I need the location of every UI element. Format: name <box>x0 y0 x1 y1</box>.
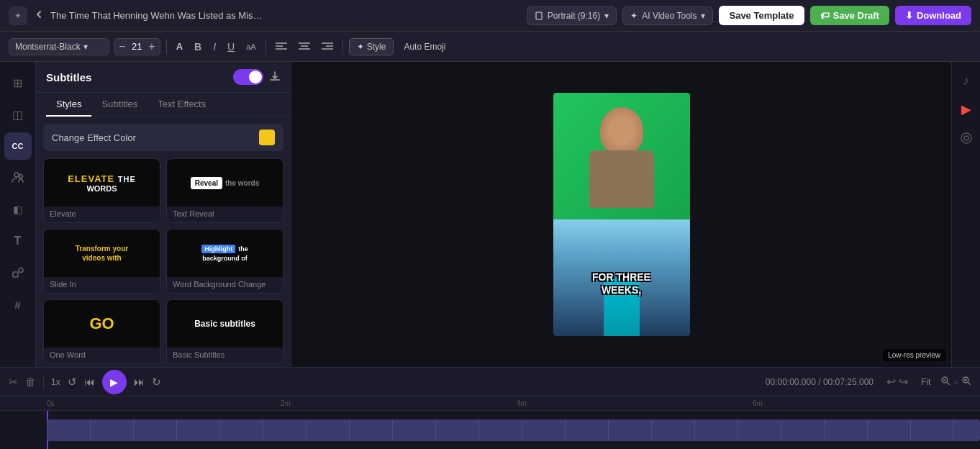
tab-text-effects[interactable]: Text Effects <box>148 93 216 117</box>
timeline-play-button[interactable]: ▶ <box>102 370 127 394</box>
subtitles-panel: Subtitles Styles Subtitles Text Effects … <box>36 62 291 367</box>
video-frame: FOR THREE WEEKS, <box>553 93 690 336</box>
slidein-text-1: Transform your <box>76 245 128 253</box>
reels-icon[interactable] <box>955 127 978 150</box>
save-template-button[interactable]: Save Template <box>719 6 804 25</box>
timeline-track-inner <box>47 419 980 441</box>
download-button[interactable]: ⬇ Download <box>895 6 971 25</box>
timeline-undo-redo: ↩ ↪ <box>886 375 908 389</box>
back-button[interactable] <box>33 9 45 22</box>
bold-button[interactable]: B <box>191 39 205 55</box>
timeline-scissors-icon[interactable]: ✂ <box>9 376 18 389</box>
text-toolbar: Montserrat-Black ▾ − 21 + A B I U aA ✦ S… <box>0 32 980 62</box>
style-icon: ✦ <box>357 42 364 52</box>
undo-button[interactable]: ↩ <box>886 375 896 389</box>
style-card-wbc[interactable]: Highlight the background of Word Backgro… <box>166 229 283 294</box>
ruler-mark-4m: 4m <box>517 399 527 407</box>
timeline-step-back-icon[interactable]: ⏮ <box>84 376 95 388</box>
fit-button[interactable]: Fit <box>921 377 930 387</box>
reveal-rest-text: the words <box>225 179 259 187</box>
timeline-track[interactable] <box>47 419 980 441</box>
tab-styles[interactable]: Styles <box>46 93 91 117</box>
panel-download-icon[interactable] <box>269 71 281 84</box>
ruler-mark-0s: 0s <box>47 399 55 407</box>
font-size-decrease[interactable]: − <box>119 41 125 53</box>
timeline-step-forward-icon[interactable]: ⏭ <box>134 376 145 388</box>
style-card-oneword[interactable]: GO One Word <box>43 299 160 364</box>
italic-button[interactable]: I <box>209 39 219 55</box>
svg-line-20 <box>968 382 971 385</box>
ai-tools-button[interactable]: ✦ AI Video Tools ▾ <box>622 6 713 25</box>
align-center-button[interactable] <box>295 39 314 55</box>
align-right-button[interactable] <box>318 39 337 55</box>
color-swatch[interactable] <box>259 130 275 145</box>
style-button[interactable]: ✦ Style <box>349 38 394 55</box>
zoom-in-button[interactable] <box>961 376 971 388</box>
panel-title: Subtitles <box>46 71 91 83</box>
effect-color-label: Change Effect Color <box>52 132 136 143</box>
timeline-loop-icon[interactable]: ↻ <box>152 376 161 389</box>
wbc-highlight: Highlight <box>201 245 235 253</box>
sidebar-icons: ⊞ ◫ CC ◧ T # <box>0 62 36 367</box>
download-label: Download <box>917 10 961 21</box>
style-card-elevate[interactable]: ELEVATE THE WORDS Elevate <box>43 158 160 223</box>
svg-line-17 <box>947 382 950 385</box>
style-card-reveal[interactable]: Reveal the words Text Reveal <box>166 158 283 223</box>
font-size-value: 21 <box>128 41 145 52</box>
toolbar-separator-3 <box>342 39 343 55</box>
tiktok-icon[interactable]: ♪ <box>955 69 978 92</box>
oneword-label: One Word <box>44 348 160 363</box>
sidebar-item-people[interactable] <box>4 164 32 191</box>
ai-tools-icon: ✦ <box>630 11 638 21</box>
portrait-icon <box>535 12 543 20</box>
auto-emoji-button[interactable]: Auto Emoji <box>398 39 451 55</box>
style-card-slidein[interactable]: Transform your videos with Slide In <box>43 229 160 294</box>
youtube-icon[interactable]: ▶ <box>955 98 978 121</box>
tab-subtitles[interactable]: Subtitles <box>91 93 148 117</box>
subtitles-toggle[interactable] <box>233 69 263 85</box>
zoom-controls: ○ <box>940 376 971 388</box>
svg-point-10 <box>14 173 19 177</box>
timeline-total-time: 00:07:25.000 <box>823 377 874 387</box>
video-container: FOR THREE WEEKS, <box>553 93 690 336</box>
underline-button[interactable]: U <box>224 39 238 55</box>
save-draft-button[interactable]: 🏷 Save Draft <box>810 6 889 25</box>
save-draft-icon: 🏷 <box>820 10 830 21</box>
timeline-rewind-icon[interactable]: ↺ <box>68 376 77 389</box>
timeline-sep-1 <box>43 375 44 389</box>
font-selector[interactable]: Montserrat-Black ▾ <box>9 38 109 55</box>
top-bar-right: Portrait (9:16) ▾ ✦ AI Video Tools ▾ Sav… <box>527 6 971 25</box>
svg-point-15 <box>964 136 968 140</box>
case-button[interactable]: aA <box>242 40 259 53</box>
font-name: Montserrat-Black <box>15 42 81 52</box>
svg-rect-0 <box>536 12 542 19</box>
sidebar-item-layers[interactable]: ◫ <box>4 101 32 128</box>
align-left-button[interactable] <box>272 39 291 55</box>
sidebar-item-shapes[interactable] <box>4 259 32 286</box>
zoom-out-button[interactable] <box>940 376 950 388</box>
main-area: ⊞ ◫ CC ◧ T # Subtitles Styles Subtitles … <box>0 62 980 367</box>
sidebar-item-effects[interactable]: ◧ <box>4 196 32 223</box>
video-subtitle: FOR THREE WEEKS, <box>564 271 679 296</box>
sidebar-item-dashboard[interactable]: ⊞ <box>4 69 32 96</box>
ruler-mark-6m: 6m <box>753 399 763 407</box>
slidein-label: Slide In <box>44 277 160 293</box>
redo-button[interactable]: ↪ <box>899 375 908 389</box>
sidebar-item-text[interactable]: T <box>4 227 32 255</box>
portrait-button[interactable]: Portrait (9:16) ▾ <box>527 6 617 25</box>
timeline-speed[interactable]: 1x <box>51 377 60 387</box>
oneword-text: GO <box>89 314 114 333</box>
font-color-button[interactable]: A <box>173 39 186 54</box>
svg-point-14 <box>961 133 971 143</box>
sidebar-item-captions[interactable]: CC <box>4 132 32 160</box>
styles-grid: ELEVATE THE WORDS Elevate Reveal the wor… <box>43 158 283 367</box>
svg-rect-12 <box>13 272 18 277</box>
preview-area: FOR THREE WEEKS, Low-res preview <box>291 62 951 367</box>
style-card-basic[interactable]: Basic subtitles Basic Subtitles <box>166 299 283 364</box>
effect-color-bar[interactable]: Change Effect Color <box>43 124 283 151</box>
sidebar-item-hashtag[interactable]: # <box>4 291 32 318</box>
font-size-increase[interactable]: + <box>148 41 155 53</box>
subtitle-line-2: WEEKS, <box>564 284 679 296</box>
timeline-trash-icon[interactable]: 🗑 <box>25 376 36 388</box>
svg-point-11 <box>19 175 22 178</box>
